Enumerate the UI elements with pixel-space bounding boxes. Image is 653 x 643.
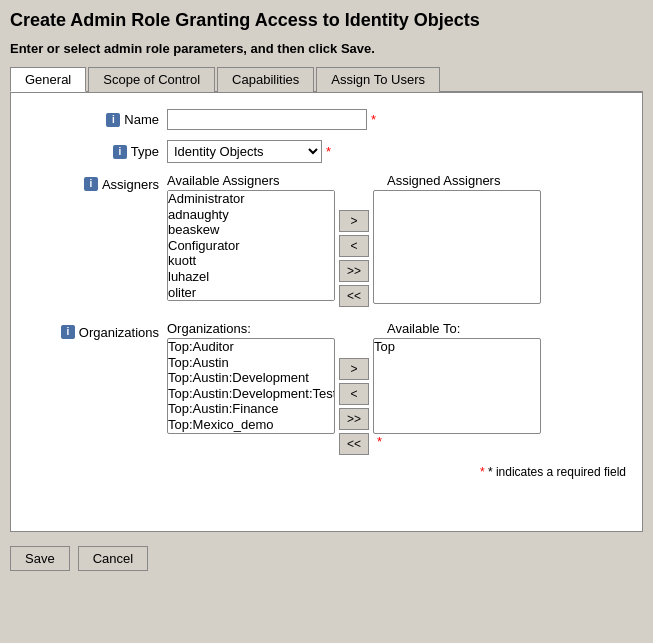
tab-general[interactable]: General [10, 67, 86, 92]
name-input[interactable] [167, 109, 367, 130]
assigned-assigners-list[interactable] [373, 190, 541, 304]
assigners-move-left-btn[interactable]: < [339, 235, 369, 257]
available-to-list-col: Top * [373, 338, 541, 449]
organizations-section: i Organizations Organizations: Available… [27, 321, 626, 479]
name-label-group: i Name [27, 112, 167, 127]
orgs-move-left-btn[interactable]: < [339, 383, 369, 405]
assigners-lists-row: Administrator adnaughty beaskew Configur… [167, 190, 626, 307]
type-info-icon[interactable]: i [113, 145, 127, 159]
available-to-col-label: Available To: [387, 321, 460, 336]
assigners-content: Available Assigners Assigned Assigners A… [167, 173, 626, 307]
organizations-list[interactable]: Top:Auditor Top:Austin Top:Austin:Develo… [167, 338, 335, 434]
tab-bar: General Scope of Control Capabilities As… [10, 66, 643, 92]
assigners-move-right-btn[interactable]: > [339, 210, 369, 232]
assigners-info-icon[interactable]: i [84, 177, 98, 191]
name-row: i Name * [27, 109, 626, 130]
organizations-info-icon[interactable]: i [61, 325, 75, 339]
assigners-arrows: > < >> << [339, 190, 369, 307]
assigners-move-left-all-btn[interactable]: << [339, 285, 369, 307]
orgs-move-right-btn[interactable]: > [339, 358, 369, 380]
cancel-button[interactable]: Cancel [78, 546, 148, 571]
orgs-move-left-all-btn[interactable]: << [339, 433, 369, 455]
assigners-move-right-all-btn[interactable]: >> [339, 260, 369, 282]
name-label: Name [124, 112, 159, 127]
type-label-group: i Type [27, 144, 167, 159]
tab-capabilities[interactable]: Capabilities [217, 67, 314, 92]
required-note: * * indicates a required field [167, 465, 626, 479]
assigners-label-group: i Assigners [27, 173, 167, 192]
name-required-star: * [371, 112, 376, 127]
assigners-header: Available Assigners Assigned Assigners [167, 173, 626, 188]
subtitle: Enter or select admin role parameters, a… [10, 41, 643, 56]
orgs-move-right-all-btn[interactable]: >> [339, 408, 369, 430]
page-title: Create Admin Role Granting Access to Ide… [10, 10, 643, 31]
organizations-col-label: Organizations: [167, 321, 335, 336]
organizations-list-col: Top:Auditor Top:Austin Top:Austin:Develo… [167, 338, 335, 434]
organizations-label-group: i Organizations [27, 321, 167, 340]
type-required-star: * [326, 144, 331, 159]
assigners-label: Assigners [102, 177, 159, 192]
bottom-buttons: Save Cancel [10, 546, 643, 571]
available-to-required-star: * [377, 434, 541, 449]
organizations-label: Organizations [79, 325, 159, 340]
name-info-icon[interactable]: i [106, 113, 120, 127]
available-to-list[interactable]: Top [373, 338, 541, 434]
form-panel: i Name * i Type Identity Objects * i Ass… [10, 92, 643, 532]
tab-assign-to-users[interactable]: Assign To Users [316, 67, 440, 92]
available-assigners-header-label: Available Assigners [167, 173, 335, 188]
orgs-lists-row: Top:Auditor Top:Austin Top:Austin:Develo… [167, 338, 626, 455]
type-select[interactable]: Identity Objects [167, 140, 322, 163]
organizations-content: Organizations: Available To: Top:Auditor… [167, 321, 626, 479]
type-label: Type [131, 144, 159, 159]
tab-scope-of-control[interactable]: Scope of Control [88, 67, 215, 92]
orgs-arrows: > < >> << [339, 338, 369, 455]
available-assigners-col: Administrator adnaughty beaskew Configur… [167, 190, 335, 301]
assigned-assigners-col [373, 190, 541, 304]
assigned-assigners-header-label: Assigned Assigners [387, 173, 500, 188]
save-button[interactable]: Save [10, 546, 70, 571]
available-assigners-list[interactable]: Administrator adnaughty beaskew Configur… [167, 190, 335, 301]
assigners-section: i Assigners Available Assigners Assigned… [27, 173, 626, 307]
orgs-headers: Organizations: Available To: [167, 321, 626, 336]
type-row: i Type Identity Objects * [27, 140, 626, 163]
